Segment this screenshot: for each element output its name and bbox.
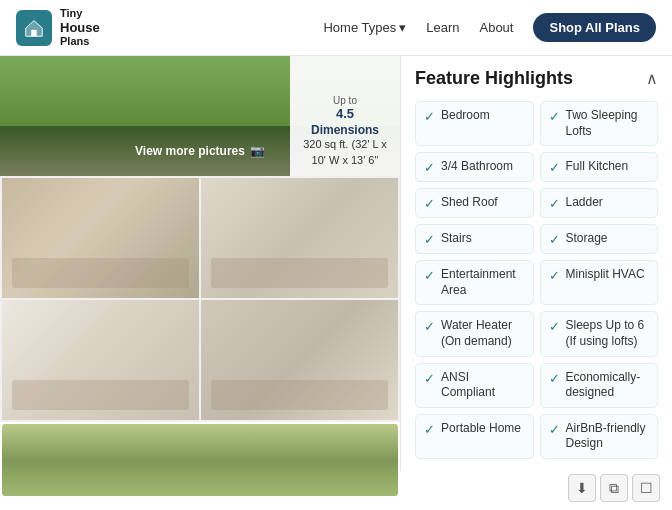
feature-item: ✓ Stairs xyxy=(415,224,534,254)
feature-label: Sleeps Up to 6 (If using lofts) xyxy=(566,318,650,349)
share-button[interactable]: ⧉ xyxy=(600,474,628,502)
feature-label: Entertainment Area xyxy=(441,267,525,298)
photo-3[interactable] xyxy=(2,300,199,420)
check-icon: ✓ xyxy=(424,232,435,247)
check-icon: ✓ xyxy=(424,109,435,124)
feature-label: Economically-designed xyxy=(566,370,650,401)
feature-label: Two Sleeping Lofts xyxy=(566,108,650,139)
logo-icon xyxy=(16,10,52,46)
feature-label: Water Heater (On demand) xyxy=(441,318,525,349)
feature-highlights-header: Feature Highlights ∧ xyxy=(415,68,658,89)
photo-4[interactable] xyxy=(201,300,398,420)
feature-highlights-title: Feature Highlights xyxy=(415,68,573,89)
exterior-photo[interactable] xyxy=(2,424,398,496)
check-icon: ✓ xyxy=(549,319,560,334)
nav-home-types[interactable]: Home Types ▾ xyxy=(323,20,406,35)
image-panel: View more pictures 📷 Up to 4.5 Dimension… xyxy=(0,56,400,510)
camera-icon: 📷 xyxy=(250,144,265,158)
feature-item: ✓ Bedroom xyxy=(415,101,534,146)
feature-item: ✓ Portable Home xyxy=(415,414,534,459)
feature-item: ✓ Economically-designed xyxy=(540,363,659,408)
feature-item: ✓ Water Heater (On demand) xyxy=(415,311,534,356)
shop-all-plans-button[interactable]: Shop All Plans xyxy=(533,13,656,42)
logo[interactable]: Tiny House Plans xyxy=(16,7,100,49)
features-panel: Feature Highlights ∧ ✓ Bedroom ✓ Two Sle… xyxy=(400,56,672,471)
check-icon: ✓ xyxy=(549,160,560,175)
check-icon: ✓ xyxy=(424,268,435,283)
nav-about[interactable]: About xyxy=(479,20,513,35)
feature-item: ✓ Shed Roof xyxy=(415,188,534,218)
features-panel-wrapper: Feature Highlights ∧ ✓ Bedroom ✓ Two Sle… xyxy=(400,56,672,510)
copy-button[interactable]: ☐ xyxy=(632,474,660,502)
feature-label: Full Kitchen xyxy=(566,159,629,175)
check-icon: ✓ xyxy=(549,422,560,437)
hero-image: View more pictures 📷 Up to 4.5 Dimension… xyxy=(0,56,400,176)
logo-text: Tiny House Plans xyxy=(60,7,100,49)
photo-grid xyxy=(0,176,400,422)
main-nav: Home Types ▾ Learn About Shop All Plans xyxy=(323,13,656,42)
feature-item: ✓ AirBnB-friendly Design xyxy=(540,414,659,459)
check-icon: ✓ xyxy=(549,109,560,124)
photo-1[interactable] xyxy=(2,178,199,298)
check-icon: ✓ xyxy=(549,196,560,211)
feature-label: Shed Roof xyxy=(441,195,498,211)
feature-item: ✓ ANSI Compliant xyxy=(415,363,534,408)
feature-item: ✓ Entertainment Area xyxy=(415,260,534,305)
download-button[interactable]: ⬇ xyxy=(568,474,596,502)
check-icon: ✓ xyxy=(424,160,435,175)
check-icon: ✓ xyxy=(549,268,560,283)
feature-item: ✓ 3/4 Bathroom xyxy=(415,152,534,182)
svg-rect-0 xyxy=(31,29,37,35)
feature-item: ✓ Two Sleeping Lofts xyxy=(540,101,659,146)
view-more-button[interactable]: View more pictures 📷 xyxy=(135,144,265,158)
main-content: View more pictures 📷 Up to 4.5 Dimension… xyxy=(0,56,672,510)
check-icon: ✓ xyxy=(549,371,560,386)
action-buttons: ⬇ ⧉ ☐ xyxy=(568,474,660,502)
feature-item: ✓ Sleeps Up to 6 (If using lofts) xyxy=(540,311,659,356)
dimensions-box: Up to 4.5 Dimensions 320 sq ft. (32' L x… xyxy=(290,56,400,176)
feature-label: ANSI Compliant xyxy=(441,370,525,401)
feature-item: ✓ Full Kitchen xyxy=(540,152,659,182)
feature-label: AirBnB-friendly Design xyxy=(566,421,650,452)
feature-label: Minisplit HVAC xyxy=(566,267,645,283)
check-icon: ✓ xyxy=(424,371,435,386)
chevron-down-icon: ▾ xyxy=(399,20,406,35)
header: Tiny House Plans Home Types ▾ Learn Abou… xyxy=(0,0,672,56)
nav-learn[interactable]: Learn xyxy=(426,20,459,35)
feature-label: Portable Home xyxy=(441,421,521,437)
feature-label: Storage xyxy=(566,231,608,247)
feature-label: Bedroom xyxy=(441,108,490,124)
check-icon: ✓ xyxy=(424,319,435,334)
feature-label: Ladder xyxy=(566,195,603,211)
feature-item: ✓ Minisplit HVAC xyxy=(540,260,659,305)
check-icon: ✓ xyxy=(424,196,435,211)
feature-item: ✓ Storage xyxy=(540,224,659,254)
feature-item: ✓ Ladder xyxy=(540,188,659,218)
check-icon: ✓ xyxy=(549,232,560,247)
feature-label: 3/4 Bathroom xyxy=(441,159,513,175)
feature-label: Stairs xyxy=(441,231,472,247)
collapse-button[interactable]: ∧ xyxy=(646,69,658,88)
features-grid: ✓ Bedroom ✓ Two Sleeping Lofts ✓ 3/4 Bat… xyxy=(415,101,658,459)
check-icon: ✓ xyxy=(424,422,435,437)
photo-2[interactable] xyxy=(201,178,398,298)
